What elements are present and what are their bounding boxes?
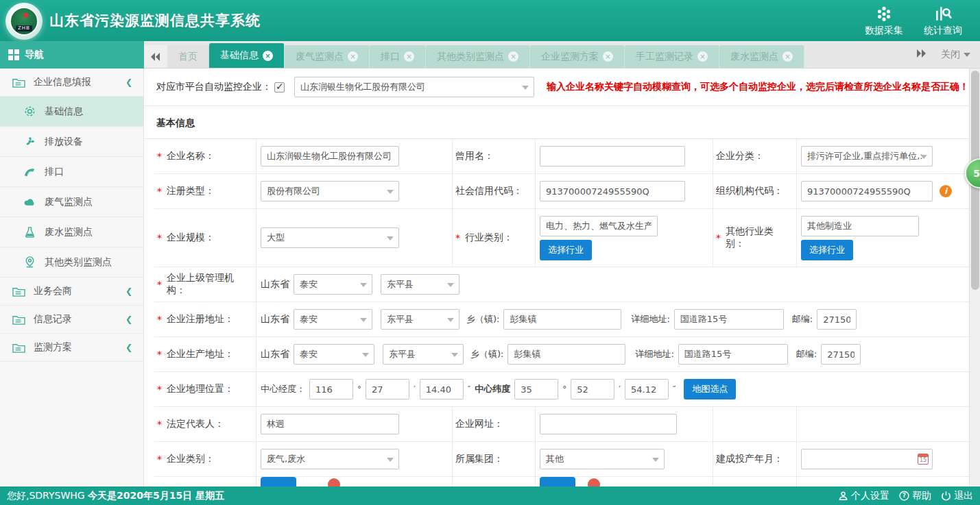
province-text: 山东省: [261, 313, 289, 325]
tab-close-icon[interactable]: [348, 51, 358, 62]
prod-addr-city-select[interactable]: 泰安: [294, 344, 374, 365]
auto-monitor-checkbox[interactable]: [274, 82, 285, 93]
chevron-down-icon: [387, 458, 394, 462]
company-select[interactable]: 山东润银生物化工股份有限公司: [294, 77, 534, 97]
parent-org-county-select[interactable]: 东平县: [381, 274, 459, 295]
sidebar-item-outlet[interactable]: 排口: [0, 157, 143, 187]
company-name-input[interactable]: [261, 146, 399, 167]
logo-dot: [23, 13, 28, 18]
stats-query-button[interactable]: 统计查询: [918, 5, 968, 37]
scale-label: *企业规模：: [154, 209, 256, 267]
group-select[interactable]: 其他: [540, 449, 665, 469]
tab-outlets[interactable]: 排口: [370, 45, 426, 68]
close-tabs-menu[interactable]: 关闭: [941, 49, 970, 61]
logout-link[interactable]: 退出: [941, 490, 973, 502]
org-code-input[interactable]: [801, 181, 933, 201]
sidebar-item-waste-water-points[interactable]: 废水监测点: [0, 217, 143, 247]
chevron-down-icon: [447, 283, 454, 287]
tab-waste-water-points[interactable]: 废水监测点: [719, 45, 804, 68]
data-collect-button[interactable]: 数据采集: [859, 5, 909, 37]
website-label: 企业网址：: [453, 407, 536, 441]
select-industry-button[interactable]: 选择行业: [540, 240, 592, 260]
tab-monitor-plan[interactable]: 企业监测方案: [530, 45, 625, 68]
sidebar-item-basic-info[interactable]: 基础信息: [0, 97, 143, 127]
scale-select[interactable]: 大型: [261, 227, 399, 248]
calendar-icon[interactable]: [918, 454, 929, 465]
lat-min-input[interactable]: [571, 379, 614, 399]
prod-addr-detail-input[interactable]: [678, 344, 788, 365]
parent-org-city-select[interactable]: 泰安: [294, 274, 372, 295]
greeting-text: 您好,SDRYSWHG 今天是2020年5月15日 星期五: [7, 490, 224, 502]
cutoff-delete-icon[interactable]: [328, 478, 340, 488]
reg-addr-county-select[interactable]: 东平县: [381, 309, 459, 330]
industry-input[interactable]: [540, 216, 658, 236]
tab-label: 首页: [178, 51, 198, 63]
tab-close-icon[interactable]: [404, 51, 414, 62]
vertical-scrollbar[interactable]: [969, 69, 980, 486]
other-industry-input[interactable]: [801, 216, 919, 236]
former-name-input[interactable]: [540, 146, 685, 167]
tab-waste-gas-points[interactable]: 废气监测点: [285, 45, 370, 68]
prod-addr-county-select[interactable]: 东平县: [383, 344, 464, 365]
sidebar-item-label: 排口: [45, 166, 64, 178]
prod-addr-zip-input[interactable]: [821, 344, 861, 365]
sidebar-group-info-records[interactable]: 信息记录 ❮: [0, 306, 143, 334]
sidebar-group-enterprise-info[interactable]: 企业信息填报 ❮: [0, 69, 143, 97]
lat-sec-input[interactable]: [625, 379, 669, 399]
industry-label: *行业类别：: [453, 209, 536, 267]
reg-type-label: *注册类型：: [154, 174, 256, 208]
sidebar-group-monitor-plan[interactable]: 监测方案 ❮: [0, 334, 143, 362]
help-link[interactable]: ? 帮助: [899, 490, 931, 502]
website-input[interactable]: [540, 414, 677, 434]
reg-addr-zip-input[interactable]: [817, 309, 857, 330]
sidebar-item-label: 废水监测点: [45, 226, 93, 238]
sidebar-item-other-points[interactable]: 其他类别监测点: [0, 247, 143, 278]
tab-basic-info[interactable]: 基础信息: [209, 43, 285, 68]
company-class-select[interactable]: 排污许可企业,重点排污单位,:: [801, 146, 933, 167]
sidebar-item-emission-equipment[interactable]: 排放设备: [0, 127, 143, 157]
personal-settings-link[interactable]: 个人设置: [838, 490, 889, 502]
tabs-scroll-left-button[interactable]: [144, 45, 167, 68]
reg-type-select[interactable]: 股份有限公司: [261, 181, 399, 201]
geo-label: *企业地理位置：: [154, 372, 256, 406]
map-pick-button[interactable]: 地图选点: [684, 379, 736, 399]
tab-close-icon[interactable]: [603, 51, 613, 62]
category-select[interactable]: 废气,废水: [261, 449, 399, 469]
app-header: ZHB 山东省污染源监测信息共享系统 数据采集 统计查询: [0, 0, 980, 41]
credit-code-input[interactable]: [540, 181, 685, 201]
cutoff-delete-icon[interactable]: [588, 478, 600, 488]
reg-addr-detail-input[interactable]: [674, 309, 784, 330]
tab-close-icon[interactable]: [697, 51, 708, 62]
select-other-industry-button[interactable]: 选择行业: [801, 240, 853, 260]
tab-close-icon[interactable]: [782, 51, 793, 62]
power-icon: [941, 491, 951, 501]
built-date-input[interactable]: [801, 449, 933, 469]
tab-manual-records[interactable]: 手工监测记录: [625, 45, 719, 68]
lng-min-input[interactable]: [366, 379, 409, 399]
grid-icon: [8, 49, 19, 60]
cutoff-button[interactable]: [540, 477, 575, 487]
stats-query-label: 统计查询: [924, 25, 962, 37]
lat-deg-input[interactable]: [514, 379, 558, 399]
reg-addr-city-select[interactable]: 泰安: [294, 309, 372, 330]
cutoff-button[interactable]: [261, 477, 296, 487]
lng-deg-input[interactable]: [309, 379, 353, 399]
prod-addr-town-input[interactable]: [507, 344, 625, 365]
sidebar-item-label: 排放设备: [45, 136, 83, 148]
tab-close-icon[interactable]: [508, 51, 518, 62]
lng-sec-input[interactable]: [420, 379, 464, 399]
tab-label: 废水监测点: [730, 51, 778, 63]
tab-home[interactable]: 首页: [167, 45, 209, 68]
info-icon[interactable]: [940, 185, 952, 197]
form-row: *企业生产地址： 山东省 泰安 东平县 乡（镇): 详细地址: 邮编:: [154, 337, 969, 372]
legal-rep-input[interactable]: [261, 414, 399, 434]
status-bar: 您好,SDRYSWHG 今天是2020年5月15日 星期五 个人设置 ? 帮助 …: [0, 486, 980, 505]
greeting-user: 您好,SDRYSWHG: [7, 490, 88, 501]
form-row: *企业上级管理机构： 山东省 泰安 东平县: [154, 267, 969, 302]
sidebar-group-business-consult[interactable]: 业务会商 ❮: [0, 278, 143, 306]
tab-other-points[interactable]: 其他类别监测点: [426, 45, 530, 68]
tabs-scroll-right-button[interactable]: [916, 49, 926, 60]
reg-addr-town-input[interactable]: [503, 309, 621, 330]
tab-close-icon[interactable]: [263, 51, 273, 61]
sidebar-item-waste-gas-points[interactable]: 废气监测点: [0, 187, 143, 217]
